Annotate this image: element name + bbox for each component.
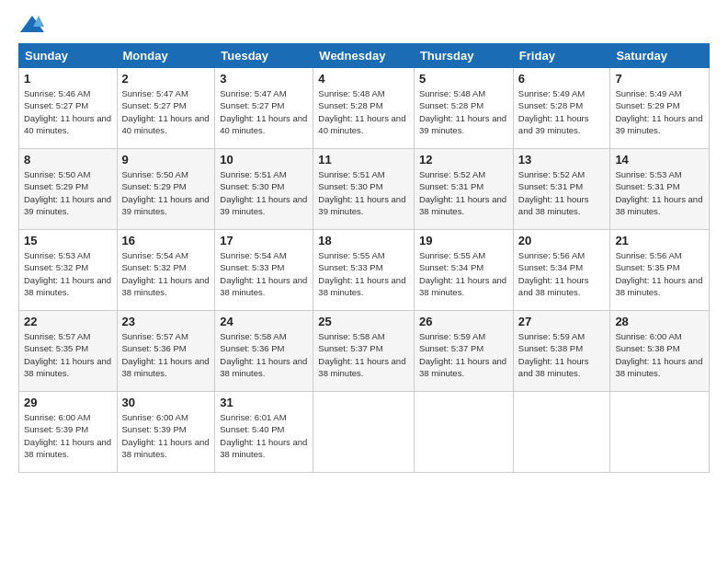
calendar-week-row: 1 Sunrise: 5:46 AMSunset: 5:27 PMDayligh… (19, 68, 710, 149)
day-number: 11 (318, 153, 409, 167)
day-info: Sunrise: 5:51 AMSunset: 5:30 PMDaylight:… (318, 169, 405, 216)
day-number: 31 (220, 396, 308, 409)
day-info: Sunrise: 6:00 AMSunset: 5:39 PMDaylight:… (122, 412, 210, 459)
calendar-cell: 18 Sunrise: 5:55 AMSunset: 5:33 PMDaylig… (313, 230, 415, 311)
logo-icon (18, 14, 46, 36)
day-info: Sunrise: 5:54 AMSunset: 5:32 PMDaylight:… (122, 250, 210, 297)
day-number: 3 (220, 72, 308, 86)
day-info: Sunrise: 5:54 AMSunset: 5:33 PMDaylight:… (220, 250, 307, 297)
calendar-cell: 8 Sunrise: 5:50 AMSunset: 5:29 PMDayligh… (19, 149, 118, 230)
day-number: 14 (615, 153, 704, 167)
day-info: Sunrise: 5:47 AMSunset: 5:27 PMDaylight:… (122, 88, 210, 135)
day-number: 18 (318, 234, 409, 247)
day-number: 4 (318, 72, 409, 86)
column-header-sunday: Sunday (19, 44, 118, 68)
day-info: Sunrise: 5:53 AMSunset: 5:32 PMDaylight:… (24, 250, 111, 297)
day-number: 7 (615, 72, 704, 86)
day-number: 23 (122, 315, 210, 328)
calendar-cell (313, 392, 415, 473)
calendar-cell: 5 Sunrise: 5:48 AMSunset: 5:28 PMDayligh… (414, 68, 513, 149)
day-info: Sunrise: 5:52 AMSunset: 5:31 PMDaylight:… (518, 169, 589, 216)
day-info: Sunrise: 5:53 AMSunset: 5:31 PMDaylight:… (615, 169, 702, 216)
day-info: Sunrise: 5:59 AMSunset: 5:38 PMDaylight:… (518, 331, 589, 378)
calendar-table: SundayMondayTuesdayWednesdayThursdayFrid… (18, 43, 710, 473)
calendar-cell: 16 Sunrise: 5:54 AMSunset: 5:32 PMDaylig… (117, 230, 215, 311)
day-info: Sunrise: 5:56 AMSunset: 5:35 PMDaylight:… (615, 250, 702, 297)
day-info: Sunrise: 6:00 AMSunset: 5:39 PMDaylight:… (24, 412, 111, 459)
day-number: 6 (518, 72, 606, 86)
day-number: 19 (419, 234, 508, 247)
calendar-cell: 6 Sunrise: 5:49 AMSunset: 5:28 PMDayligh… (513, 68, 610, 149)
calendar-week-row: 15 Sunrise: 5:53 AMSunset: 5:32 PMDaylig… (19, 230, 710, 311)
column-header-saturday: Saturday (610, 44, 710, 68)
day-number: 8 (24, 153, 112, 167)
calendar-cell: 14 Sunrise: 5:53 AMSunset: 5:31 PMDaylig… (610, 149, 710, 230)
column-header-tuesday: Tuesday (215, 44, 313, 68)
day-info: Sunrise: 5:49 AMSunset: 5:29 PMDaylight:… (615, 88, 702, 135)
calendar-cell: 3 Sunrise: 5:47 AMSunset: 5:27 PMDayligh… (215, 68, 313, 149)
day-number: 9 (122, 153, 210, 167)
calendar-cell: 20 Sunrise: 5:56 AMSunset: 5:34 PMDaylig… (513, 230, 610, 311)
day-number: 30 (122, 396, 210, 409)
day-number: 17 (220, 234, 308, 247)
day-number: 16 (122, 234, 210, 247)
calendar-cell (513, 392, 610, 473)
calendar-cell: 2 Sunrise: 5:47 AMSunset: 5:27 PMDayligh… (117, 68, 215, 149)
calendar-cell: 17 Sunrise: 5:54 AMSunset: 5:33 PMDaylig… (215, 230, 313, 311)
day-info: Sunrise: 6:00 AMSunset: 5:38 PMDaylight:… (615, 331, 702, 378)
column-header-friday: Friday (513, 44, 610, 68)
day-number: 15 (24, 234, 112, 247)
calendar-cell: 4 Sunrise: 5:48 AMSunset: 5:28 PMDayligh… (313, 68, 415, 149)
calendar-week-row: 8 Sunrise: 5:50 AMSunset: 5:29 PMDayligh… (19, 149, 710, 230)
day-number: 26 (419, 315, 508, 328)
calendar-cell: 25 Sunrise: 5:58 AMSunset: 5:37 PMDaylig… (313, 311, 415, 392)
day-number: 21 (615, 234, 704, 247)
day-number: 27 (518, 315, 606, 328)
day-number: 24 (220, 315, 308, 328)
day-number: 20 (518, 234, 606, 247)
calendar-cell: 15 Sunrise: 5:53 AMSunset: 5:32 PMDaylig… (19, 230, 118, 311)
column-header-thursday: Thursday (414, 44, 513, 68)
column-header-monday: Monday (117, 44, 215, 68)
calendar-cell (414, 392, 513, 473)
calendar-week-row: 22 Sunrise: 5:57 AMSunset: 5:35 PMDaylig… (19, 311, 710, 392)
calendar-cell: 30 Sunrise: 6:00 AMSunset: 5:39 PMDaylig… (117, 392, 215, 473)
day-info: Sunrise: 5:50 AMSunset: 5:29 PMDaylight:… (122, 169, 210, 216)
calendar-cell: 12 Sunrise: 5:52 AMSunset: 5:31 PMDaylig… (414, 149, 513, 230)
column-header-wednesday: Wednesday (313, 44, 415, 68)
calendar-cell: 29 Sunrise: 6:00 AMSunset: 5:39 PMDaylig… (19, 392, 118, 473)
day-info: Sunrise: 5:46 AMSunset: 5:27 PMDaylight:… (24, 88, 111, 135)
day-info: Sunrise: 5:57 AMSunset: 5:35 PMDaylight:… (24, 331, 111, 378)
calendar-cell: 13 Sunrise: 5:52 AMSunset: 5:31 PMDaylig… (513, 149, 610, 230)
calendar-cell (610, 392, 710, 473)
day-info: Sunrise: 5:55 AMSunset: 5:34 PMDaylight:… (419, 250, 506, 297)
calendar-cell: 7 Sunrise: 5:49 AMSunset: 5:29 PMDayligh… (610, 68, 710, 149)
day-number: 2 (122, 72, 210, 86)
day-info: Sunrise: 5:48 AMSunset: 5:28 PMDaylight:… (318, 88, 405, 135)
calendar-cell: 9 Sunrise: 5:50 AMSunset: 5:29 PMDayligh… (117, 149, 215, 230)
day-info: Sunrise: 5:48 AMSunset: 5:28 PMDaylight:… (419, 88, 506, 135)
day-info: Sunrise: 5:57 AMSunset: 5:36 PMDaylight:… (122, 331, 210, 378)
calendar-cell: 27 Sunrise: 5:59 AMSunset: 5:38 PMDaylig… (513, 311, 610, 392)
day-number: 25 (318, 315, 409, 328)
page: SundayMondayTuesdayWednesdayThursdayFrid… (0, 0, 728, 563)
day-number: 12 (419, 153, 508, 167)
day-info: Sunrise: 5:49 AMSunset: 5:28 PMDaylight:… (518, 88, 589, 135)
day-info: Sunrise: 5:58 AMSunset: 5:36 PMDaylight:… (220, 331, 307, 378)
calendar-header-row: SundayMondayTuesdayWednesdayThursdayFrid… (19, 44, 710, 68)
calendar-cell: 23 Sunrise: 5:57 AMSunset: 5:36 PMDaylig… (117, 311, 215, 392)
calendar-cell: 24 Sunrise: 5:58 AMSunset: 5:36 PMDaylig… (215, 311, 313, 392)
day-info: Sunrise: 5:52 AMSunset: 5:31 PMDaylight:… (419, 169, 506, 216)
day-info: Sunrise: 6:01 AMSunset: 5:40 PMDaylight:… (220, 412, 307, 459)
day-info: Sunrise: 5:58 AMSunset: 5:37 PMDaylight:… (318, 331, 405, 378)
day-info: Sunrise: 5:56 AMSunset: 5:34 PMDaylight:… (518, 250, 589, 297)
calendar-cell: 10 Sunrise: 5:51 AMSunset: 5:30 PMDaylig… (215, 149, 313, 230)
day-info: Sunrise: 5:55 AMSunset: 5:33 PMDaylight:… (318, 250, 405, 297)
day-info: Sunrise: 5:47 AMSunset: 5:27 PMDaylight:… (220, 88, 307, 135)
day-number: 29 (24, 396, 112, 409)
calendar-cell: 1 Sunrise: 5:46 AMSunset: 5:27 PMDayligh… (19, 68, 118, 149)
calendar-cell: 31 Sunrise: 6:01 AMSunset: 5:40 PMDaylig… (215, 392, 313, 473)
calendar-cell: 26 Sunrise: 5:59 AMSunset: 5:37 PMDaylig… (414, 311, 513, 392)
day-info: Sunrise: 5:59 AMSunset: 5:37 PMDaylight:… (419, 331, 506, 378)
calendar-cell: 22 Sunrise: 5:57 AMSunset: 5:35 PMDaylig… (19, 311, 118, 392)
